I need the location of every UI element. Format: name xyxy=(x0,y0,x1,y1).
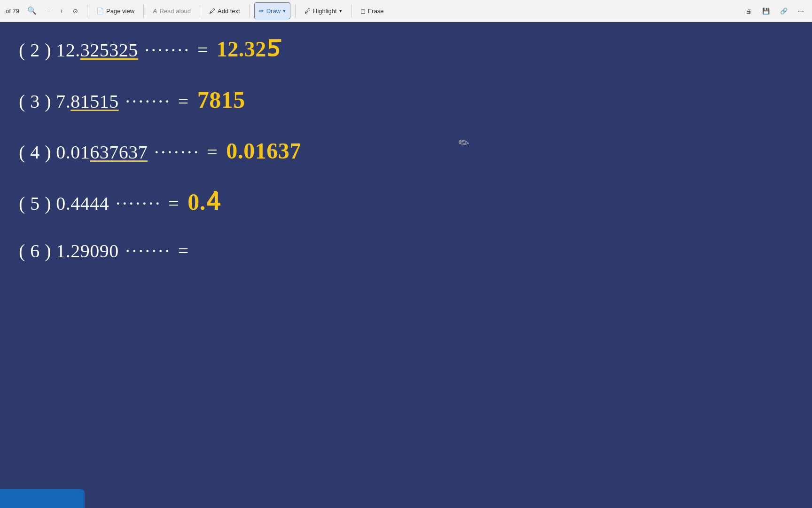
toolbar: of 79 🔍 − + ⊙ 📄 Page view A Read aloud 🖊… xyxy=(0,0,812,22)
taskbar-bottom xyxy=(0,489,85,508)
line3-equals: = xyxy=(178,90,189,112)
share-button[interactable]: 🔗 xyxy=(776,2,792,19)
line5-left: 0.4444 xyxy=(56,192,109,214)
page-nav: of 79 xyxy=(4,8,21,15)
search-button[interactable]: 🔍 xyxy=(23,2,41,19)
line4-dots: ······· xyxy=(148,141,200,163)
highlight-button[interactable]: 🖊 Highlight ▾ xyxy=(300,2,346,19)
read-aloud-icon: A xyxy=(153,8,157,15)
line6-equals: = xyxy=(178,240,189,262)
line3-answer: 7815 xyxy=(197,86,245,113)
share-icon: 🔗 xyxy=(780,8,788,15)
line4-label: ( 4 ) xyxy=(19,141,51,163)
read-aloud-label: Read aloud xyxy=(159,8,191,15)
zoom-out-button[interactable]: − xyxy=(43,2,55,19)
add-text-label: Add text xyxy=(218,8,240,15)
main-content: ( 2 ) 12.325325 ······· = 12.325̅ ( 3 ) … xyxy=(0,22,812,508)
highlight-label: Highlight xyxy=(313,8,337,15)
line2-equals: = xyxy=(197,39,208,61)
math-line-3: ( 3 ) 7.81515 ······· = 7815 xyxy=(19,86,793,113)
page-view-button[interactable]: 📄 Page view xyxy=(92,2,139,19)
highlight-icon: 🖊 xyxy=(304,8,311,15)
more-button[interactable]: ⋯ xyxy=(794,2,808,19)
highlight-chevron-icon: ▾ xyxy=(339,8,342,14)
zoom-out-icon: − xyxy=(47,8,51,15)
fit-page-icon: ⊙ xyxy=(73,8,78,15)
line3-dots: ······· xyxy=(119,90,172,112)
math-line-2: ( 2 ) 12.325325 ······· = 12.325̅ xyxy=(19,36,793,62)
separator-3 xyxy=(200,4,200,17)
draw-label: Draw xyxy=(266,8,281,15)
line2-answer: 12.325̅ xyxy=(217,36,281,62)
math-line-5: ( 5 ) 0.4444 ······· = 0.4̇ xyxy=(19,188,793,215)
page-count: of 79 xyxy=(4,8,21,15)
line5-equals: = xyxy=(168,192,179,214)
line3-left: 7.81515 xyxy=(56,90,119,112)
math-line-4: ( 4 ) 0.01637637 ······· = 0.01637 xyxy=(19,138,793,164)
separator-2 xyxy=(143,4,144,17)
line2-left: 12.325325 xyxy=(56,39,138,61)
zoom-in-icon: + xyxy=(60,8,64,15)
line5-label: ( 5 ) xyxy=(19,192,51,214)
print-icon: 🖨 xyxy=(746,8,752,15)
line2-dots: ······· xyxy=(138,39,191,61)
separator-6 xyxy=(351,4,351,17)
print-button[interactable]: 🖨 xyxy=(742,2,756,19)
line2-label: ( 2 ) xyxy=(19,39,51,61)
draw-chevron-icon: ▾ xyxy=(283,8,286,14)
line6-label: ( 6 ) xyxy=(19,240,51,262)
line4-equals: = xyxy=(207,141,218,163)
line6-dots: ······· xyxy=(119,240,172,262)
zoom-controls: − + ⊙ xyxy=(43,2,82,19)
zoom-in-button[interactable]: + xyxy=(56,2,68,19)
more-icon: ⋯ xyxy=(798,8,804,15)
page-view-icon: 📄 xyxy=(96,8,104,15)
line5-answer: 0.4̇ xyxy=(187,188,221,215)
draw-button[interactable]: ✏ Draw ▾ xyxy=(254,2,290,19)
separator-4 xyxy=(249,4,250,17)
read-aloud-button[interactable]: A Read aloud xyxy=(148,2,195,19)
fit-page-button[interactable]: ⊙ xyxy=(69,2,82,19)
erase-icon: ◻ xyxy=(360,8,366,15)
separator-1 xyxy=(87,4,87,17)
erase-label: Erase xyxy=(368,8,384,15)
line3-label: ( 3 ) xyxy=(19,90,51,112)
line4-left: 0.01637637 xyxy=(56,141,148,163)
erase-button[interactable]: ◻ Erase xyxy=(356,2,388,19)
add-text-button[interactable]: 🖊 Add text xyxy=(205,2,244,19)
page-view-label: Page view xyxy=(106,8,134,15)
line6-left: 1.29090 xyxy=(56,240,119,262)
math-line-6: ( 6 ) 1.29090 ······· = xyxy=(19,240,793,262)
line5-dots: ······· xyxy=(109,192,162,214)
draw-icon: ✏ xyxy=(259,8,264,15)
line4-answer: 0.01637 xyxy=(226,138,301,164)
add-text-icon: 🖊 xyxy=(209,8,215,15)
save-icon: 💾 xyxy=(762,8,770,15)
search-icon: 🔍 xyxy=(27,7,37,15)
separator-5 xyxy=(295,4,296,17)
save-button[interactable]: 💾 xyxy=(758,2,774,19)
